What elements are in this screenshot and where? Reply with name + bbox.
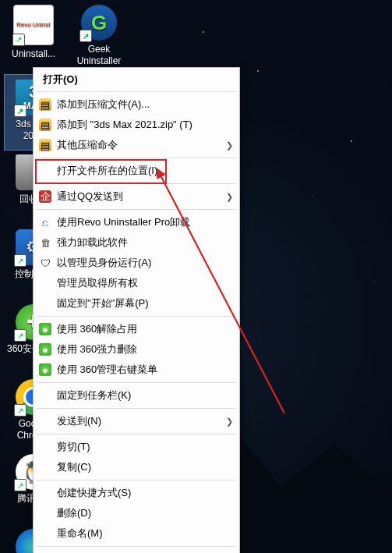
menu-separator <box>37 209 236 210</box>
submenu-arrow-icon: ❯ <box>226 417 233 427</box>
menu-separator <box>37 382 236 383</box>
desktop-icon-geek[interactable]: G↗Geek Uninstaller <box>70 0 128 75</box>
shortcut-badge-icon: ↗ <box>12 34 25 46</box>
menu-item-label: 复制(C) <box>57 460 91 474</box>
menu-item-label: 使用 360管理右键菜单 <box>57 363 157 377</box>
menu-item[interactable]: 发送到(N)❯ <box>35 411 238 431</box>
geek-icon: G↗ <box>81 5 117 41</box>
menu-item-label: 以管理员身份运行(A) <box>57 256 151 270</box>
menu-item[interactable]: 企通过QQ发送到❯ <box>35 186 238 207</box>
menu-item-label: 添加到压缩文件(A)... <box>57 97 150 112</box>
desktop-icon-uninst[interactable]: Revo Uninst↗Uninstall... <box>5 0 62 75</box>
menu-item-label: 创建快捷方式(S) <box>57 486 131 500</box>
shortcut-badge-icon: ↗ <box>14 404 26 417</box>
desktop-icons-column-2: G↗Geek Uninstaller <box>70 0 128 75</box>
uninst-icon: Revo Uninst↗ <box>13 5 54 45</box>
menu-item[interactable]: ▤添加到压缩文件(A)... <box>35 94 238 115</box>
menu-item[interactable]: ●使用 360管理右键菜单 <box>35 360 238 380</box>
menu-item-label: 通过QQ发送到 <box>57 190 123 204</box>
zip-icon: ▤ <box>39 119 51 131</box>
menu-separator <box>37 546 236 547</box>
menu-item[interactable]: 管理员取得所有权 <box>35 273 238 293</box>
menu-item[interactable]: 剪切(T) <box>35 437 238 457</box>
menu-item-label: 其他压缩命令 <box>57 138 118 152</box>
menu-item-label: 强力卸载此软件 <box>57 236 128 250</box>
zip-icon: ▤ <box>39 98 51 111</box>
menu-item[interactable]: 打开文件所在的位置(I) <box>35 161 238 181</box>
shield-icon: 🛡 <box>39 257 51 269</box>
desktop-icon-label: Uninstall... <box>5 48 62 60</box>
menu-item-label: 打开文件所在的位置(I) <box>57 164 157 178</box>
menu-item[interactable]: 重命名(M) <box>35 523 238 544</box>
360-icon: ● <box>39 343 51 356</box>
menu-item-label: 固定到"开始"屏幕(P) <box>57 296 149 310</box>
shortcut-badge-icon: ↗ <box>14 479 26 491</box>
menu-item-label: 使用Revo Uninstaller Pro卸载 <box>57 215 190 229</box>
submenu-arrow-icon: ❯ <box>226 192 233 202</box>
360-icon: ● <box>39 323 51 335</box>
menu-item-label: 删除(D) <box>57 506 91 520</box>
qq-icon: 企 <box>39 190 51 203</box>
shortcut-badge-icon: ↗ <box>14 254 26 267</box>
menu-item[interactable]: ●使用 360解除占用 <box>35 319 238 339</box>
menu-separator <box>37 91 236 92</box>
360-icon: ● <box>39 363 51 376</box>
menu-separator <box>37 434 236 434</box>
menu-item[interactable]: 🛡以管理员身份运行(A) <box>35 253 238 273</box>
menu-item[interactable]: ▤其他压缩命令❯ <box>35 135 238 155</box>
menu-item[interactable]: ⎌使用Revo Uninstaller Pro卸载 <box>35 212 238 232</box>
menu-item-label: 固定到任务栏(K) <box>57 388 131 402</box>
menu-item[interactable]: 删除(D) <box>35 503 238 523</box>
menu-item[interactable]: 复制(C) <box>35 457 238 477</box>
menu-separator <box>37 316 236 317</box>
menu-item[interactable]: 固定到"开始"屏幕(P) <box>35 293 238 314</box>
menu-item-label: 管理员取得所有权 <box>57 276 138 290</box>
context-menu: 打开(O)▤添加到压缩文件(A)...▤添加到 "3ds Max 2021.zi… <box>33 67 240 553</box>
menu-item-label: 重命名(M) <box>57 526 103 541</box>
menu-item[interactable]: 属性(R) <box>35 549 238 553</box>
menu-item[interactable]: ▤添加到 "3ds Max 2021.zip" (T) <box>35 115 238 135</box>
revo-icon: ⎌ <box>39 216 51 229</box>
menu-separator <box>37 408 236 409</box>
menu-item[interactable]: 创建快捷方式(S) <box>35 483 238 503</box>
forcerm-icon: 🗑 <box>39 236 51 249</box>
zip-icon: ▤ <box>39 139 51 151</box>
menu-separator <box>37 158 236 158</box>
shortcut-badge-icon: ↗ <box>14 105 26 117</box>
menu-item-label: 添加到 "3ds Max 2021.zip" (T) <box>57 118 192 132</box>
shortcut-badge-icon: ↗ <box>79 30 92 42</box>
menu-header-open[interactable]: 打开(O) <box>35 70 238 89</box>
menu-item-label: 使用 360强力删除 <box>57 342 137 356</box>
menu-item-label: 使用 360解除占用 <box>57 322 137 336</box>
shortcut-badge-icon: ↗ <box>14 329 26 342</box>
menu-item[interactable]: 固定到任务栏(K) <box>35 385 238 406</box>
menu-item-label: 发送到(N) <box>57 414 101 428</box>
submenu-arrow-icon: ❯ <box>226 140 233 151</box>
menu-separator <box>37 183 236 184</box>
menu-item[interactable]: ●使用 360强力删除 <box>35 339 238 360</box>
menu-item[interactable]: 🗑强力卸载此软件 <box>35 232 238 253</box>
menu-item-label: 剪切(T) <box>57 440 90 454</box>
menu-separator <box>37 480 236 480</box>
desktop-icon-label: Geek Uninstaller <box>71 44 127 67</box>
